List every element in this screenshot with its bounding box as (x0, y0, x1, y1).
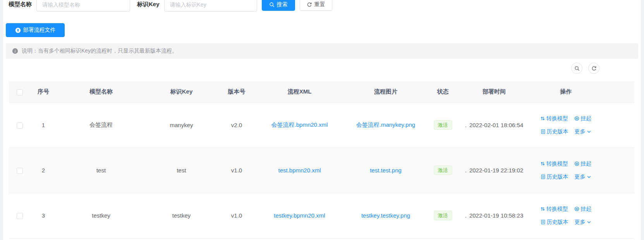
cell-version: v2.0 (217, 102, 256, 148)
suspend-label: 挂起 (580, 206, 591, 213)
header-image: 流程图片 (343, 82, 428, 102)
more-label: 更多 (575, 128, 586, 135)
header-key: 标识Key (146, 82, 217, 102)
svg-text:i: i (15, 49, 16, 53)
history-versions-label: 历史版本 (547, 219, 568, 226)
content-card: 模型名称 标识Key 搜索 重置 部署流程文件 i 说明： (3, 0, 641, 240)
convert-model-link[interactable]: 转换模型 (540, 206, 568, 213)
chevron-down-icon (587, 129, 591, 134)
cell-key: test (146, 148, 217, 193)
reset-button-label: 重置 (314, 1, 325, 8)
table-row: 1 会签流程 manykey v2.0 会签流程.bpmn20.xml 会签流程… (9, 102, 634, 148)
search-form: 模型名称 标识Key 搜索 重置 (6, 0, 638, 12)
search-icon (574, 66, 580, 71)
more-dropdown[interactable]: 更多 (575, 219, 591, 226)
suspend-icon (574, 116, 579, 121)
cell-version: v1.0 (217, 193, 256, 238)
row-checkbox[interactable] (17, 168, 23, 174)
suspend-label: 挂起 (580, 160, 591, 167)
header-model-name: 模型名称 (57, 82, 146, 102)
more-dropdown[interactable]: 更多 (575, 174, 591, 180)
chevron-down-icon (587, 220, 591, 225)
table-header-row: 序号 模型名称 标识Key 版本号 流程XML 流程图片 状态 部署时间 操作 (9, 82, 634, 102)
status-dot: . (465, 122, 467, 128)
cell-index: 2 (30, 148, 57, 193)
header-index: 序号 (30, 82, 57, 102)
convert-model-label: 转换模型 (546, 160, 568, 167)
cell-version: v1.0 (217, 148, 256, 193)
deploy-button-label: 部署流程文件 (23, 27, 56, 34)
more-label: 更多 (575, 219, 586, 226)
refresh-table-button[interactable] (588, 63, 599, 74)
convert-model-label: 转换模型 (546, 206, 568, 213)
upload-icon (15, 27, 21, 33)
alert-text: 说明：当有多个相同标识Key的流程时，只显示其最新版本流程。 (22, 48, 177, 54)
history-versions-link[interactable]: 历史版本 (541, 174, 568, 180)
cell-model-name: test (57, 148, 146, 193)
convert-model-link[interactable]: 转换模型 (540, 115, 568, 122)
refresh-icon (307, 2, 312, 7)
header-status: 状态 (428, 82, 457, 102)
document-icon (541, 129, 546, 134)
reset-button[interactable]: 重置 (300, 0, 332, 11)
row-checkbox[interactable] (17, 123, 23, 129)
key-label: 标识Key (137, 1, 160, 8)
suspend-link[interactable]: 挂起 (574, 160, 591, 167)
search-icon (269, 2, 275, 7)
model-name-input[interactable] (36, 0, 130, 12)
row-actions: 转换模型 挂起 历史版本 (531, 160, 601, 180)
cell-deploy-time: 2022-01-19 22:19:02 (469, 167, 523, 174)
header-deploy-time: 部署时间 (457, 82, 531, 102)
table-tools (6, 63, 638, 74)
deploy-process-button[interactable]: 部署流程文件 (6, 23, 65, 37)
process-xml-link[interactable]: test.bpmn20.xml (278, 167, 321, 174)
convert-model-link[interactable]: 转换模型 (540, 160, 568, 167)
row-actions: 转换模型 挂起 历史版本 (531, 115, 601, 135)
search-button[interactable]: 搜索 (262, 0, 295, 11)
more-dropdown[interactable]: 更多 (575, 128, 591, 135)
status-badge: 激活 (434, 120, 452, 130)
history-versions-link[interactable]: 历史版本 (541, 128, 568, 135)
history-versions-link[interactable]: 历史版本 (541, 219, 568, 226)
deployment-table: 序号 模型名称 标识Key 版本号 流程XML 流程图片 状态 部署时间 操作 … (9, 82, 634, 238)
model-name-label: 模型名称 (9, 1, 32, 8)
cell-model-name: testkey (57, 193, 146, 238)
document-icon (541, 174, 546, 179)
status-dot: . (465, 167, 467, 174)
row-actions: 转换模型 挂起 历史版本 (531, 206, 601, 226)
document-icon (541, 220, 546, 225)
cell-model-name: 会签流程 (57, 102, 146, 148)
status-badge: 激活 (434, 165, 452, 175)
swap-vertical-icon (540, 116, 545, 121)
info-icon: i (12, 48, 18, 54)
suspend-icon (574, 161, 579, 166)
row-checkbox[interactable] (17, 213, 23, 219)
process-image-link[interactable]: 会签流程.manykey.png (356, 121, 415, 128)
header-xml: 流程XML (256, 82, 343, 102)
cell-key: testkey (146, 193, 217, 238)
header-version: 版本号 (217, 82, 256, 102)
process-image-link[interactable]: test.test.png (370, 167, 402, 174)
swap-vertical-icon (540, 206, 545, 211)
info-alert: i 说明：当有多个相同标识Key的流程时，只显示其最新版本流程。 (6, 43, 638, 59)
table-toolbar: 部署流程文件 (6, 23, 638, 37)
cell-deploy-time: 2022-02-01 18:06:54 (469, 122, 523, 128)
suspend-link[interactable]: 挂起 (574, 115, 591, 122)
select-all-checkbox[interactable] (17, 89, 23, 95)
search-button-label: 搜索 (277, 1, 288, 8)
swap-vertical-icon (540, 161, 545, 166)
suspend-link[interactable]: 挂起 (574, 206, 591, 213)
more-label: 更多 (575, 174, 586, 180)
key-input[interactable] (164, 0, 257, 12)
cell-index: 3 (30, 193, 57, 238)
history-versions-label: 历史版本 (547, 128, 568, 135)
process-xml-link[interactable]: testkey.bpmn20.xml (274, 212, 325, 219)
table-row: 3 testkey testkey v1.0 testkey.bpmn20.xm… (9, 193, 634, 238)
suspend-label: 挂起 (580, 115, 591, 122)
process-image-link[interactable]: testkey.testkey.png (361, 212, 410, 219)
process-xml-link[interactable]: 会签流程.bpmn20.xml (271, 121, 328, 128)
suspend-icon (574, 206, 579, 211)
history-versions-label: 历史版本 (547, 174, 568, 180)
toggle-search-button[interactable] (571, 63, 582, 74)
status-dot: . (465, 212, 467, 219)
